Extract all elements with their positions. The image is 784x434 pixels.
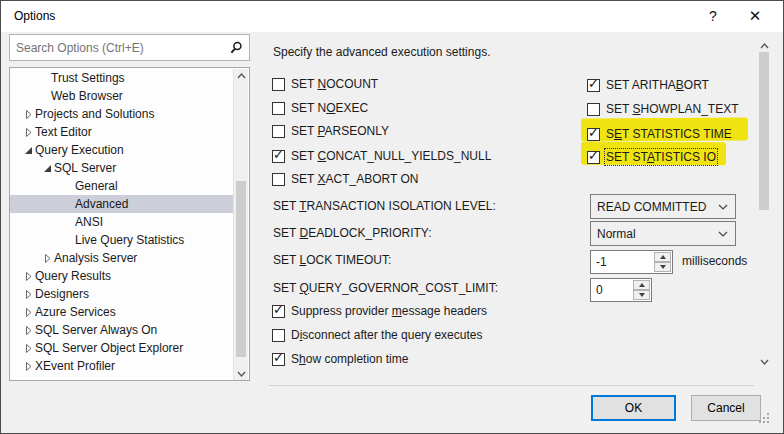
sidebar-item-analysis-server[interactable]: Analysis Server	[10, 249, 233, 267]
lock-timeout-stepper[interactable]: -1	[590, 250, 673, 274]
options-dialog: Options ? ✕ Trust Settings Web Browser P…	[0, 0, 784, 434]
checkbox[interactable]: ✓	[587, 128, 600, 141]
checkbox-row-set-showplan-text[interactable]: SET SHOWPLAN_TEXT	[587, 101, 739, 117]
sidebar-item-ansi[interactable]: ANSI	[10, 213, 233, 231]
checkbox-row-disconnect-after-query[interactable]: Disconnect after the query executes	[272, 327, 482, 343]
sidebar-item-sql-server[interactable]: SQL Server	[10, 159, 233, 177]
isolation-level-select[interactable]: READ COMMITTED	[590, 194, 736, 219]
checkbox[interactable]: ✓	[272, 353, 285, 366]
checkbox-row-set-concat-null[interactable]: ✓ SET CONCAT_NULL_YIELDS_NULL	[272, 148, 491, 164]
checkbox-row-suppress-provider-headers[interactable]: ✓ Suppress provider message headers	[272, 303, 487, 319]
tree-scrollbar[interactable]	[233, 69, 248, 381]
chevron-down-icon	[718, 204, 728, 210]
cancel-button[interactable]: Cancel	[691, 395, 761, 421]
milliseconds-label: milliseconds	[682, 254, 747, 268]
label-deadlock-priority: SET DEADLOCK_PRIORITY:	[273, 226, 432, 240]
checkbox-row-set-xact-abort[interactable]: SET XACT_ABORT ON	[272, 171, 418, 187]
panel-scrollbar[interactable]	[757, 39, 771, 369]
help-button[interactable]: ?	[697, 1, 729, 31]
checkbox[interactable]: ✓	[272, 305, 285, 318]
deadlock-priority-select[interactable]: Normal	[590, 221, 736, 246]
scrollbar-thumb[interactable]	[236, 181, 246, 357]
expander-collapsed-icon[interactable]	[22, 272, 35, 281]
expander-collapsed-icon[interactable]	[22, 110, 35, 119]
checkbox-row-set-statistics-io[interactable]: ✓ SET STATISTICS IO	[587, 149, 716, 165]
sidebar-item-azure-services[interactable]: Azure Services	[10, 303, 233, 321]
checkbox[interactable]	[272, 329, 285, 342]
sidebar-item-query-execution[interactable]: Query Execution	[10, 141, 233, 159]
search-box[interactable]	[9, 34, 250, 61]
sidebar-item-projects-and-solutions[interactable]: Projects and Solutions	[10, 105, 233, 123]
expander-collapsed-icon[interactable]	[22, 362, 35, 371]
sidebar-item-sql-server-object-explorer[interactable]: SQL Server Object Explorer	[10, 339, 233, 357]
expander-collapsed-icon[interactable]	[22, 308, 35, 317]
ok-button[interactable]: OK	[591, 395, 676, 421]
sidebar-item-trust-settings[interactable]: Trust Settings	[10, 69, 233, 87]
checkbox[interactable]	[272, 102, 285, 115]
spin-down-icon[interactable]	[654, 262, 671, 272]
search-icon[interactable]	[230, 41, 243, 54]
label-transaction-isolation-level: SET TRANSACTION ISOLATION LEVEL:	[273, 199, 496, 213]
expander-collapsed-icon[interactable]	[22, 290, 35, 299]
resize-grip[interactable]	[759, 413, 769, 423]
checkbox[interactable]	[272, 125, 285, 138]
checkbox-row-set-noexec[interactable]: SET NOEXEC	[272, 100, 368, 116]
sidebar-item-text-editor[interactable]: Text Editor	[10, 123, 233, 141]
checkbox-row-set-nocount[interactable]: SET NOCOUNT	[272, 76, 378, 92]
options-tree: Trust Settings Web Browser Projects and …	[9, 67, 250, 381]
sidebar-item-designers[interactable]: Designers	[10, 285, 233, 303]
spin-down-icon[interactable]	[633, 290, 650, 300]
chevron-down-icon	[718, 231, 728, 237]
expander-collapsed-icon[interactable]	[22, 344, 35, 353]
scrollbar-thumb[interactable]	[759, 52, 769, 210]
expander-collapsed-icon[interactable]	[22, 326, 35, 335]
page-heading: Specify the advanced execution settings.	[273, 45, 490, 59]
search-input[interactable]	[10, 41, 230, 55]
scroll-up-icon[interactable]	[234, 69, 248, 83]
label-lock-timeout: SET LOCK TIMEOUT:	[273, 253, 391, 267]
checkbox-row-set-parseonly[interactable]: SET PARSEONLY	[272, 123, 389, 139]
divider	[269, 385, 754, 386]
checkbox[interactable]: ✓	[587, 151, 600, 164]
scroll-down-icon[interactable]	[234, 367, 248, 381]
spin-up-icon[interactable]	[633, 280, 650, 290]
expander-collapsed-icon[interactable]	[41, 254, 54, 263]
sidebar-item-general[interactable]: General	[10, 177, 233, 195]
query-governor-stepper[interactable]: 0	[590, 278, 652, 302]
checkbox-row-show-completion-time[interactable]: ✓ Show completion time	[272, 351, 408, 367]
expander-expanded-icon[interactable]	[22, 146, 35, 155]
checkbox[interactable]: ✓	[272, 150, 285, 163]
label-query-governor-cost-limit: SET QUERY_GOVERNOR_COST_LIMIT:	[273, 281, 498, 295]
checkbox-row-set-arithabort[interactable]: ✓ SET ARITHABORT	[587, 77, 709, 93]
expander-expanded-icon[interactable]	[41, 164, 54, 173]
spin-up-icon[interactable]	[654, 252, 671, 262]
checkbox[interactable]: ✓	[587, 79, 600, 92]
close-button[interactable]: ✕	[739, 1, 771, 31]
expander-collapsed-icon[interactable]	[22, 128, 35, 137]
sidebar-item-web-browser[interactable]: Web Browser	[10, 87, 233, 105]
checkbox-row-set-statistics-time[interactable]: ✓ SET STATISTICS TIME	[587, 126, 732, 142]
scroll-up-icon[interactable]	[757, 39, 771, 53]
scroll-down-icon[interactable]	[757, 355, 771, 369]
checkbox[interactable]	[272, 78, 285, 91]
sidebar-item-xevent-profiler[interactable]: XEvent Profiler	[10, 357, 233, 375]
checkbox[interactable]	[272, 173, 285, 186]
sidebar-item-sql-server-always-on[interactable]: SQL Server Always On	[10, 321, 233, 339]
sidebar-item-live-query-statistics[interactable]: Live Query Statistics	[10, 231, 233, 249]
sidebar-item-advanced[interactable]: Advanced	[10, 195, 233, 213]
sidebar-item-query-results[interactable]: Query Results	[10, 267, 233, 285]
checkbox[interactable]	[587, 103, 600, 116]
dialog-title: Options	[14, 1, 55, 32]
title-bar[interactable]: Options ? ✕	[1, 1, 783, 32]
